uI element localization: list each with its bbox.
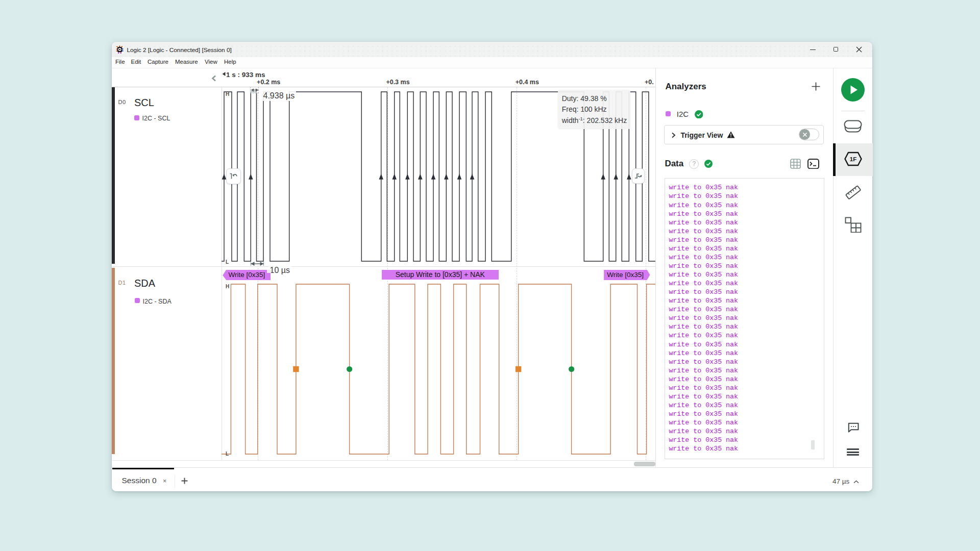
svg-text:1F: 1F [849,156,856,162]
